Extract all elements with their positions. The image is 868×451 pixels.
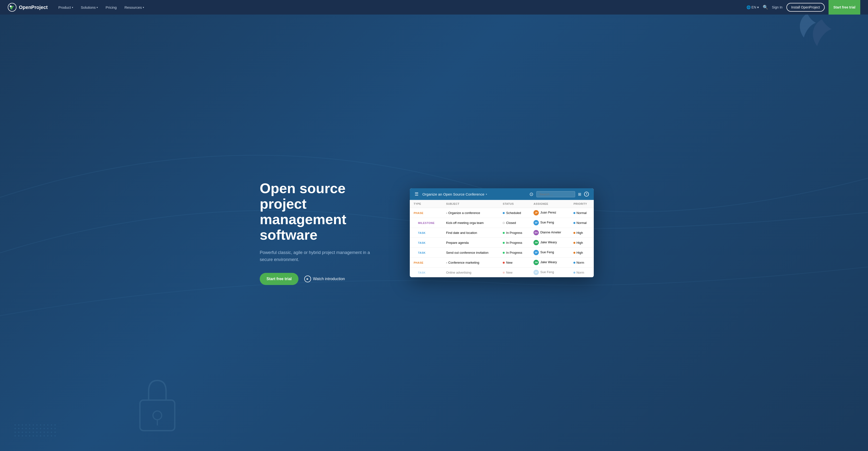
cell-subject[interactable]: ▾Organize a conference [442,208,499,218]
table-row: PHASE ▾Organize a conference Scheduled J… [410,208,594,218]
hero-actions: Start free trial ▶ Watch introduction [260,273,395,285]
cell-subject[interactable]: Find date and location [442,228,499,238]
cell-status: Scheduled [499,208,530,218]
cell-subject[interactable]: Prepare agenda [442,238,499,248]
cell-priority: Normal [569,218,594,228]
cell-assignee: SFSue Feng [530,267,569,278]
play-icon: ▶ [304,276,311,282]
cell-status: In Progress [499,238,530,248]
nav-product[interactable]: Product ▾ [56,3,76,11]
cell-priority: Normal [569,208,594,218]
cell-status: In Progress [499,248,530,258]
logo-icon [8,3,17,11]
hero-left-panel: Open source project management software … [260,180,395,285]
resources-chevron-icon: ▾ [143,6,144,9]
cell-assignee: SFSue Feng [530,248,569,258]
app-topbar-right: ⊙ ⊞ ? [529,191,589,197]
hero-watch-button[interactable]: ▶ Watch introduction [304,276,345,282]
app-search-input[interactable] [536,191,575,197]
hero-content: Open source project management software … [240,166,628,300]
cell-assignee: JWJake Weary [530,258,569,267]
cell-type: PHASE [410,258,442,267]
cell-status: New [499,267,530,278]
hamburger-icon[interactable]: ☰ [415,192,418,197]
nav-solutions[interactable]: Solutions ▾ [78,3,101,11]
help-icon[interactable]: ? [584,192,589,197]
col-type[interactable]: TYPE [410,200,442,208]
project-chevron-icon: ▾ [486,193,487,196]
signin-link[interactable]: Sign In [772,5,782,9]
app-table-area: TYPE SUBJECT STATUS ASSIGNEE PRIORITY PH… [410,200,594,277]
cell-type: MILESTONE [410,218,442,228]
app-topbar: ☰ Organize an Open Source Conference ▾ ⊙… [410,188,594,200]
cell-status: In Progress [499,228,530,238]
install-button[interactable]: Install OpenProject [786,3,825,11]
hero-right-panel: ☰ Organize an Open Source Conference ▾ ⊙… [410,188,608,277]
cell-priority: High [569,248,594,258]
table-row: TASK Online advertising New SFSue Feng N… [410,267,594,278]
logo-link[interactable]: OpenProject [8,3,48,11]
product-chevron-icon: ▾ [72,6,73,9]
leaf-decoration-right [807,17,837,57]
table-row: PHASE ▾Conference marketing New JWJake W… [410,258,594,267]
cell-subject[interactable]: Online advertising [442,267,499,278]
nav-right: 🌐 EN ▾ 🔍 Sign In Install OpenProject Sta… [746,0,860,15]
hero-title: Open source project management software [260,180,395,242]
project-name[interactable]: Organize an Open Source Conference ▾ [423,192,487,196]
cell-type: TASK [410,267,442,278]
hero-trial-button[interactable]: Start free trial [260,273,299,285]
cell-priority: Norm [569,258,594,267]
col-assignee[interactable]: ASSIGNEE [530,200,569,208]
nav-resources[interactable]: Resources ▾ [122,3,147,11]
lang-chevron-icon: ▾ [757,5,759,9]
svg-point-3 [153,411,162,420]
grid-icon[interactable]: ⊞ [578,192,581,197]
nav-links: Product ▾ Solutions ▾ Pricing Resources … [56,3,739,11]
navbar: OpenProject Product ▾ Solutions ▾ Pricin… [0,0,868,15]
cell-assignee: DADianne Ameter [530,228,569,238]
language-selector[interactable]: 🌐 EN ▾ [746,5,759,9]
cell-assignee: JPJuan Perez [530,208,569,218]
solutions-chevron-icon: ▾ [97,6,98,9]
cell-status: Closed [499,218,530,228]
hero-section: Open source project management software … [0,0,868,451]
svg-point-1 [10,5,11,7]
search-icon[interactable]: 🔍 [763,5,768,10]
cell-assignee: SFSue Feng [530,218,569,228]
cell-type: TASK [410,228,442,238]
dots-decoration [14,424,56,436]
app-logo-icon: ⊙ [529,191,533,197]
col-subject[interactable]: SUBJECT [442,200,499,208]
leaf-decoration-left [795,12,819,47]
cell-assignee: JWJake Weary [530,238,569,248]
logo-text: OpenProject [19,5,48,10]
svg-rect-2 [140,400,175,431]
app-window: ☰ Organize an Open Source Conference ▾ ⊙… [410,188,594,277]
col-priority[interactable]: PRIORITY [569,200,594,208]
lock-decoration [135,378,179,432]
col-status[interactable]: STATUS [499,200,530,208]
table-row: TASK Send out conference invitation In P… [410,248,594,258]
work-packages-table: TYPE SUBJECT STATUS ASSIGNEE PRIORITY PH… [410,200,594,277]
cell-type: TASK [410,248,442,258]
cell-priority: Norm [569,267,594,278]
table-row: TASK Find date and location In Progress … [410,228,594,238]
table-row: TASK Prepare agenda In Progress JWJake W… [410,238,594,248]
cell-status: New [499,258,530,267]
globe-icon: 🌐 [746,5,751,9]
nav-pricing[interactable]: Pricing [103,3,120,11]
nav-trial-button[interactable]: Start free trial [829,0,860,15]
table-row: MILESTONE Kick-off meeting orga team Clo… [410,218,594,228]
cell-type: TASK [410,238,442,248]
cell-type: PHASE [410,208,442,218]
hero-subtitle: Powerful classic, agile or hybrid projec… [260,249,376,263]
cell-priority: High [569,238,594,248]
cell-priority: High [569,228,594,238]
cell-subject[interactable]: Kick-off meeting orga team [442,218,499,228]
cell-subject[interactable]: Send out conference invitation [442,248,499,258]
cell-subject[interactable]: ▾Conference marketing [442,258,499,267]
